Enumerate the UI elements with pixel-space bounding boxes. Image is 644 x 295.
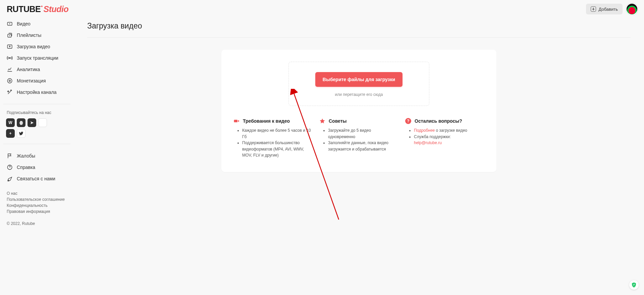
social-vk[interactable]: W	[6, 118, 15, 127]
sidebar-item-label: Видео	[17, 21, 31, 26]
shield-check-icon	[631, 282, 637, 288]
broadcast-icon	[7, 55, 13, 61]
info-title: Требования к видео	[243, 118, 290, 124]
info-item: Служба поддержки: help@rutube.ru	[414, 134, 484, 146]
sidebar-item-help[interactable]: Справка	[3, 162, 70, 173]
sidebar-item-label: Запуск трансляции	[17, 55, 58, 61]
sidebar-item-label: Монетизация	[17, 78, 46, 83]
question-circle-icon: ?	[405, 118, 411, 124]
social-row: W ꙮ ➤	[3, 118, 70, 127]
sidebar-item-settings[interactable]: Настройка канала	[3, 86, 70, 98]
video-icon	[7, 21, 13, 27]
add-button-label: Добавить	[599, 7, 618, 12]
info-questions: ? Остались вопросы? Подробнее о загрузке…	[405, 118, 484, 159]
support-email[interactable]: help@rutube.ru	[414, 140, 442, 145]
footer-link-privacy[interactable]: Конфиденциальность	[7, 202, 67, 209]
footer-link-terms[interactable]: Пользовательское соглашение	[7, 196, 67, 202]
info-list: Подробнее о загрузке видео Служба поддер…	[405, 127, 484, 146]
sidebar-item-stream[interactable]: Запуск трансляции	[3, 52, 70, 64]
drag-hint: или перетащите его сюда	[335, 92, 383, 97]
social-blank[interactable]	[38, 118, 47, 127]
main: Загрузка видео Выберите файлы для загруз…	[74, 18, 644, 295]
upload-button[interactable]: Выберите файлы для загрузки	[315, 72, 402, 87]
social-ok[interactable]: ꙮ	[17, 118, 25, 127]
page-title: Загрузка видео	[87, 21, 631, 38]
info-item: Подробнее о загрузке видео	[414, 127, 484, 134]
footer-links: О нас Пользовательское соглашение Конфид…	[3, 190, 70, 215]
info-item: Поддерживается большинство видеоформатов…	[242, 140, 313, 159]
contact-icon	[7, 176, 13, 182]
sidebar-item-label: Справка	[17, 165, 35, 170]
sidebar-item-playlists[interactable]: Плейлисты	[3, 30, 70, 41]
info-tips: Советы Загружайте до 5 видео одновременн…	[319, 118, 398, 159]
twitter-icon	[19, 131, 23, 136]
header-right: Добавить	[586, 4, 637, 14]
more-suffix: о загрузке видео	[435, 128, 467, 133]
social-telegram[interactable]: ➤	[28, 118, 36, 127]
copyright: © 2022, Rutube	[3, 215, 70, 226]
primary-nav: Видео Плейлисты Загрузка видео Запуск тр…	[3, 18, 70, 98]
upload-icon	[7, 44, 13, 50]
info-requirements: Требования к видео Каждое видео не более…	[233, 118, 313, 159]
sidebar-divider	[3, 144, 70, 144]
info-item: Загружайте до 5 видео одновременно	[328, 127, 398, 140]
info-list: Каждое видео не более 5 часов и 10 Гб По…	[233, 127, 313, 159]
logo-dot-icon: •	[41, 4, 42, 9]
sidebar-item-upload[interactable]: Загрузка видео	[3, 41, 70, 52]
sidebar-item-label: Связаться с нами	[17, 176, 55, 181]
sidebar-item-complaints[interactable]: Жалобы	[3, 150, 70, 162]
star-icon	[319, 118, 325, 124]
monetization-icon	[7, 78, 13, 84]
social-plus[interactable]: +	[6, 129, 15, 138]
sidebar: Видео Плейлисты Загрузка видео Запуск тр…	[0, 18, 74, 295]
footer-link-legal[interactable]: Правовая информация	[7, 209, 67, 215]
header: RUTUBE•Studio Добавить	[0, 0, 644, 18]
info-title: Остались вопросы?	[415, 118, 462, 124]
sidebar-item-label: Настройка канала	[17, 90, 57, 95]
support-prefix: Служба поддержки:	[414, 134, 451, 139]
secondary-nav: Жалобы Справка Связаться с нами	[3, 150, 70, 184]
svg-point-4	[7, 78, 12, 83]
sidebar-item-label: Жалобы	[17, 153, 35, 159]
sidebar-item-label: Загрузка видео	[17, 44, 50, 49]
sidebar-item-label: Аналитика	[17, 67, 40, 72]
security-shield-badge[interactable]	[629, 280, 639, 290]
logo-text: RUTUBE	[7, 4, 41, 14]
social-twitter[interactable]	[17, 129, 25, 138]
sidebar-item-label: Плейлисты	[17, 33, 41, 38]
info-title: Советы	[329, 118, 347, 124]
info-columns: Требования к видео Каждое видео не более…	[233, 118, 484, 159]
social-row-2: +	[3, 129, 70, 138]
avatar[interactable]	[627, 4, 637, 14]
upload-card: Выберите файлы для загрузки или перетащи…	[221, 50, 496, 172]
sidebar-divider	[3, 104, 70, 104]
question-icon	[7, 164, 13, 170]
logo-studio: Studio	[44, 4, 69, 14]
magic-wand-icon	[7, 89, 13, 95]
sidebar-item-monetization[interactable]: Монетизация	[3, 75, 70, 86]
add-button[interactable]: Добавить	[586, 4, 623, 14]
plus-square-icon	[591, 6, 596, 12]
follow-label: Подписывайтесь на нас	[3, 110, 70, 118]
logo[interactable]: RUTUBE•Studio	[7, 4, 68, 14]
svg-point-5	[9, 80, 11, 82]
info-list: Загружайте до 5 видео одновременно Запол…	[319, 127, 398, 152]
sidebar-item-analytics[interactable]: Аналитика	[3, 64, 70, 75]
dropzone[interactable]: Выберите файлы для загрузки или перетащи…	[288, 62, 429, 106]
sidebar-item-video[interactable]: Видео	[3, 18, 70, 30]
footer-link-about[interactable]: О нас	[7, 190, 67, 196]
flag-icon	[7, 153, 13, 159]
more-link[interactable]: Подробнее	[414, 128, 435, 133]
info-item: Каждое видео не более 5 часов и 10 Гб	[242, 127, 313, 140]
camera-icon	[233, 118, 239, 124]
svg-point-3	[9, 58, 10, 59]
playlist-icon	[7, 32, 13, 38]
sidebar-item-contact[interactable]: Связаться с нами	[3, 173, 70, 184]
info-item: Заполняйте данные, пока видео загружаетс…	[328, 140, 398, 152]
analytics-icon	[7, 66, 13, 72]
